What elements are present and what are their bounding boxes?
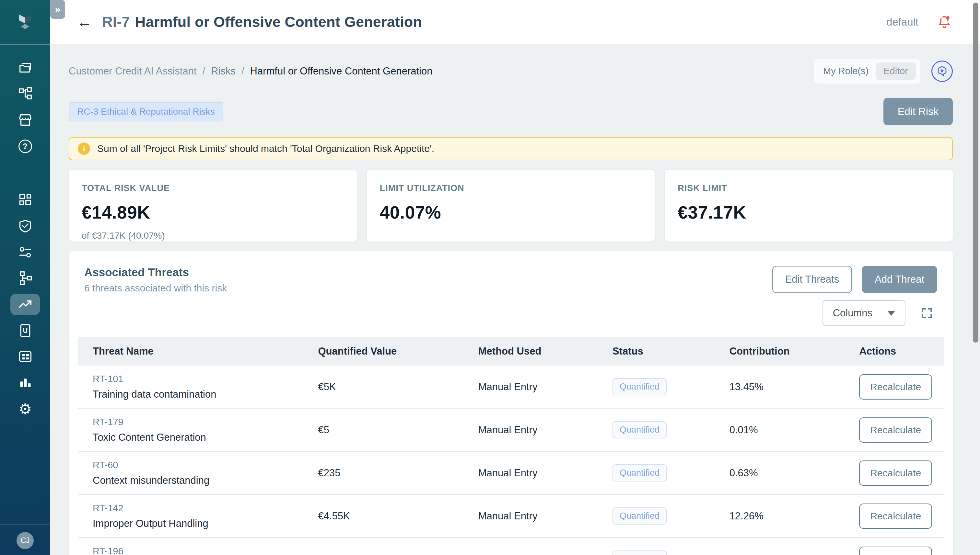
sidebar-item-dashboard[interactable] xyxy=(0,189,50,210)
quantified-value: €4.55K xyxy=(311,510,471,522)
fullscreen-button[interactable] xyxy=(920,306,933,319)
controls-sliders-icon xyxy=(18,245,32,259)
threat-id-link[interactable]: RT-179 xyxy=(93,417,311,427)
dashboard-icon xyxy=(18,192,32,207)
projects-icon xyxy=(18,61,33,75)
reports-chart-icon xyxy=(18,375,32,390)
risk-id: RI-7 xyxy=(102,14,130,30)
sidebar-item-controls[interactable] xyxy=(0,242,50,263)
settings-gear-icon: ⚙ xyxy=(18,401,32,416)
method-used: Manual Entry xyxy=(472,381,606,393)
page-title: RI-7Harmful or Offensive Content Generat… xyxy=(102,14,422,30)
ai-assistant-icon xyxy=(936,65,948,77)
stat-subtext: of €37.17K (40.07%) xyxy=(82,231,344,241)
column-header-threat-name: Threat Name xyxy=(78,345,311,357)
breadcrumb-risks-link[interactable]: Risks xyxy=(211,66,236,77)
risk-trend-icon xyxy=(18,297,33,312)
breadcrumb-separator: / xyxy=(241,66,245,77)
role-editor-badge: Editor xyxy=(875,63,916,80)
help-icon: ? xyxy=(18,140,32,153)
chevron-down-icon xyxy=(887,311,895,316)
sidebar-divider xyxy=(0,525,50,525)
column-header-contribution: Contribution xyxy=(723,345,853,357)
sidebar-item-marketplace[interactable] xyxy=(0,110,50,130)
breadcrumb: Customer Credit AI Assistant / Risks / H… xyxy=(69,66,432,77)
sidebar-item-settings[interactable]: ⚙ xyxy=(0,399,50,419)
workspace-name[interactable]: default xyxy=(886,16,919,28)
stat-label: RISK LIMIT xyxy=(677,183,940,193)
app-logo-icon xyxy=(16,12,34,32)
contribution-value: 0.63% xyxy=(723,467,853,479)
column-header-method-used: Method Used xyxy=(472,345,606,357)
threat-name: Improper Output Handling xyxy=(93,518,311,529)
status-badge: Quantified xyxy=(613,507,666,525)
bell-icon xyxy=(937,15,951,29)
method-used: Manual Entry xyxy=(472,553,606,555)
risk-category-chip[interactable]: RC-3 Ethical & Reputational Risks xyxy=(69,102,223,122)
stat-card-limit-utilization: LIMIT UTILIZATION 40.07% xyxy=(367,170,655,242)
table-row: RT-179 Toxic Content Generation €5 Manua… xyxy=(78,409,944,452)
recalculate-button[interactable]: Recalculate xyxy=(859,504,932,529)
table-row: RT-101 Training data contamination €5K M… xyxy=(78,366,944,409)
threat-id-link[interactable]: RT-101 xyxy=(93,374,311,384)
associated-threats-card: Associated Threats 6 threats associated … xyxy=(69,251,953,555)
stats-row: TOTAL RISK VALUE €14.89K of €37.17K (40.… xyxy=(69,170,953,242)
ai-assistant-button[interactable] xyxy=(932,61,953,82)
sidebar-item-documents[interactable] xyxy=(0,320,50,341)
top-header: ← RI-7Harmful or Offensive Content Gener… xyxy=(50,0,980,44)
stat-value: 40.07% xyxy=(380,202,642,223)
status-badge: Quantified xyxy=(613,421,666,438)
main-content: Customer Credit AI Assistant / Risks / H… xyxy=(50,44,980,555)
contribution-value: 12.26% xyxy=(723,510,853,522)
marketplace-icon xyxy=(18,113,33,128)
add-threat-button[interactable]: Add Threat xyxy=(862,266,937,293)
recalculate-button[interactable]: Recalculate xyxy=(859,374,932,399)
user-avatar[interactable]: CJ xyxy=(16,532,34,549)
column-header-status: Status xyxy=(606,345,723,357)
notifications-bell-button[interactable] xyxy=(937,15,951,29)
quantified-value: €235 xyxy=(311,467,471,479)
breadcrumb-project-link[interactable]: Customer Credit AI Assistant xyxy=(69,66,197,77)
sidebar-divider xyxy=(0,44,50,45)
fullscreen-icon xyxy=(920,306,933,319)
contribution-value: 0.01% xyxy=(723,424,853,436)
sidebar-item-data-table[interactable] xyxy=(0,346,50,367)
quantified-value: €5 xyxy=(311,424,471,436)
sidebar-item-compliance[interactable] xyxy=(0,216,50,236)
recalculate-button[interactable]: Recalculate xyxy=(859,417,932,443)
stat-card-total-risk-value: TOTAL RISK VALUE €14.89K of €37.17K (40.… xyxy=(69,170,357,242)
sidebar-item-help[interactable]: ? xyxy=(0,136,50,157)
compliance-shield-icon xyxy=(18,219,32,233)
sidebar-expand-button[interactable]: » xyxy=(50,0,65,19)
edit-threats-button[interactable]: Edit Threats xyxy=(772,266,852,293)
recalculate-button[interactable]: Recalculate xyxy=(859,460,932,486)
method-used: Manual Entry xyxy=(472,510,606,522)
recalculate-button[interactable]: Recalculate xyxy=(859,547,932,555)
threat-id-link[interactable]: RT-142 xyxy=(93,503,311,513)
sidebar-item-reports[interactable] xyxy=(0,372,50,393)
threats-table: Threat Name Quantified Value Method Used… xyxy=(78,337,944,555)
column-header-quantified-value: Quantified Value xyxy=(311,345,471,357)
sidebar-item-taxonomy[interactable] xyxy=(0,268,50,289)
sidebar-item-hierarchy[interactable] xyxy=(0,84,50,104)
warning-banner: i Sum of all 'Project Risk Limits' shoul… xyxy=(69,137,953,160)
status-badge: Quantified xyxy=(613,464,666,481)
quantified-value: €5K xyxy=(311,553,471,555)
status-badge: Quantified xyxy=(613,550,666,555)
back-arrow-button[interactable]: ← xyxy=(77,14,92,30)
status-badge: Quantified xyxy=(613,378,666,395)
columns-dropdown[interactable]: Columns xyxy=(822,300,906,326)
method-used: Manual Entry xyxy=(472,467,606,479)
associated-threats-subtitle: 6 threats associated with this risk xyxy=(84,283,227,294)
threat-id-link[interactable]: RT-196 xyxy=(93,546,311,555)
my-roles-label: My Role(s) xyxy=(823,66,869,76)
vertical-scrollbar[interactable] xyxy=(973,3,978,343)
edit-risk-button[interactable]: Edit Risk xyxy=(883,98,953,125)
contribution-value: 13.45% xyxy=(723,381,853,393)
threat-id-link[interactable]: RT-60 xyxy=(93,460,311,470)
columns-dropdown-label: Columns xyxy=(833,307,872,319)
sidebar-item-risks[interactable] xyxy=(0,294,50,315)
sidebar-item-projects[interactable] xyxy=(0,58,50,79)
threats-table-body: RT-101 Training data contamination €5K M… xyxy=(78,366,944,555)
hierarchy-icon xyxy=(18,87,33,102)
